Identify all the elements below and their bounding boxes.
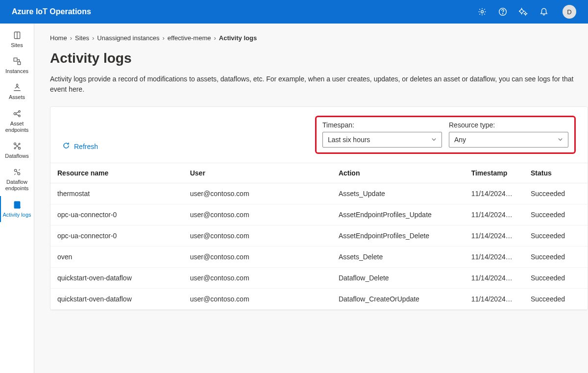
column-resource-name[interactable]: Resource name	[50, 163, 183, 183]
resource-type-filter: Resource type: Any	[449, 121, 568, 148]
activity-logs-icon	[12, 200, 22, 210]
svg-point-6	[14, 112, 16, 115]
activity-panel: Refresh Timespan: Last six hours Resourc…	[50, 106, 588, 310]
sidebar-item-sites[interactable]: Sites	[0, 26, 34, 52]
cell-action: AssetEndpointProfiles_Update	[332, 204, 465, 225]
cell-user: user@contoso.com	[183, 204, 332, 225]
book-icon	[12, 30, 22, 40]
assets-icon	[12, 82, 22, 92]
cell-user: user@contoso.com	[183, 289, 332, 310]
cell-user: user@contoso.com	[183, 268, 332, 289]
cell-resource: opc-ua-connector-0	[50, 204, 183, 225]
cell-action: Dataflow_Delete	[332, 268, 465, 289]
refresh-icon	[62, 142, 70, 151]
breadcrumb-link[interactable]: Unassigned instances	[97, 34, 159, 42]
cell-user: user@contoso.com	[183, 247, 332, 268]
table-row[interactable]: opc-ua-connector-0user@contoso.comAssetE…	[50, 204, 588, 225]
endpoints-icon	[12, 109, 22, 119]
cell-action: Assets_Delete	[332, 247, 465, 268]
sidebar-item-asset-endpoints[interactable]: Asset endpoints	[0, 105, 34, 137]
page-title: Activity logs	[50, 50, 588, 66]
timespan-value: Last six hours	[328, 136, 370, 144]
sidebar-item-assets[interactable]: Assets	[0, 78, 34, 104]
sidebar-item-dataflow-endpoints[interactable]: Dataflow endpoints	[0, 163, 34, 196]
cell-status: Succeeded	[524, 247, 588, 268]
refresh-label: Refresh	[74, 143, 98, 150]
dataflows-icon	[12, 141, 22, 151]
sidebar-item-activity-logs[interactable]: Activity logs	[0, 196, 34, 222]
sidebar-item-label: Instances	[5, 68, 28, 75]
sidebar-item-dataflows[interactable]: Dataflows	[0, 137, 34, 163]
dataflow-endpoints-icon	[12, 167, 22, 177]
cell-action: Dataflow_CreateOrUpdate	[332, 289, 465, 310]
cell-resource: opc-ua-connector-0	[50, 225, 183, 247]
svg-rect-5	[18, 62, 21, 65]
app-title: Azure IoT Operations	[12, 7, 477, 16]
cell-timestamp: 11/14/2024…	[465, 247, 524, 268]
breadcrumb-link[interactable]: Sites	[75, 34, 89, 42]
cell-user: user@contoso.com	[183, 183, 332, 204]
timespan-filter: Timespan: Last six hours	[322, 121, 442, 148]
cell-resource: thermostat	[50, 183, 183, 204]
table-row[interactable]: thermostatuser@contoso.comAssets_Update1…	[50, 183, 588, 204]
copilot-icon[interactable]	[518, 7, 528, 17]
column-action[interactable]: Action	[332, 163, 465, 183]
cell-status: Succeeded	[524, 183, 588, 204]
svg-rect-4	[14, 58, 17, 61]
column-timestamp[interactable]: Timestamp	[465, 163, 524, 183]
chevron-down-icon	[558, 137, 563, 143]
cell-status: Succeeded	[524, 268, 588, 289]
table-row[interactable]: quickstart-oven-dataflowuser@contoso.com…	[50, 268, 588, 289]
sidebar-item-label: Sites	[11, 42, 23, 49]
resource-type-select[interactable]: Any	[449, 132, 568, 148]
breadcrumb: Home› Sites› Unassigned instances› effec…	[50, 34, 588, 42]
app-header: Azure IoT Operations D	[0, 0, 588, 24]
cell-resource: quickstart-oven-dataflow	[50, 289, 183, 310]
cell-resource: quickstart-oven-dataflow	[50, 268, 183, 289]
page-description: Activity logs provide a record of modifi…	[50, 74, 588, 95]
svg-point-10	[18, 147, 20, 149]
resource-type-label: Resource type:	[449, 121, 568, 129]
sidebar-item-label: Assets	[9, 94, 25, 100]
panel-toolbar: Refresh Timespan: Last six hours Resourc…	[50, 107, 588, 163]
refresh-button[interactable]: Refresh	[62, 142, 303, 154]
header-actions: D	[477, 5, 576, 19]
sidebar-item-label: Dataflow endpoints	[2, 179, 32, 192]
table-row[interactable]: quickstart-oven-dataflowuser@contoso.com…	[50, 289, 588, 310]
sidebar-item-label: Dataflows	[5, 153, 28, 159]
avatar[interactable]: D	[563, 5, 576, 19]
svg-point-12	[14, 148, 16, 149]
resource-type-value: Any	[454, 136, 466, 144]
cell-status: Succeeded	[524, 204, 588, 225]
svg-point-9	[14, 143, 16, 145]
sidebar-item-instances[interactable]: Instances	[0, 52, 34, 78]
gear-icon[interactable]	[477, 7, 487, 17]
cell-resource: oven	[50, 247, 183, 268]
chevron-down-icon	[431, 137, 437, 143]
column-user[interactable]: User	[183, 163, 332, 183]
column-status[interactable]: Status	[524, 163, 588, 183]
table-row[interactable]: ovenuser@contoso.comAssets_Delete11/14/2…	[50, 247, 588, 268]
sidebar-item-label: Activity logs	[2, 212, 31, 218]
svg-point-11	[19, 143, 20, 145]
svg-point-14	[18, 173, 20, 175]
svg-point-0	[481, 11, 484, 13]
cell-timestamp: 11/14/2024…	[465, 204, 524, 225]
cell-action: Assets_Update	[332, 183, 465, 204]
sidebar-item-label: Asset endpoints	[2, 121, 32, 133]
breadcrumb-link[interactable]: effective-meme	[168, 34, 211, 42]
bell-icon[interactable]	[539, 7, 549, 17]
table-row[interactable]: opc-ua-connector-0user@contoso.comAssetE…	[50, 225, 588, 247]
cell-status: Succeeded	[524, 225, 588, 247]
help-icon[interactable]	[498, 7, 508, 17]
cell-timestamp: 11/14/2024…	[465, 289, 524, 310]
breadcrumb-current: Activity logs	[219, 34, 257, 42]
cell-user: user@contoso.com	[183, 225, 332, 247]
svg-point-2	[502, 13, 503, 14]
timespan-select[interactable]: Last six hours	[322, 132, 442, 148]
breadcrumb-link[interactable]: Home	[50, 34, 67, 42]
cell-timestamp: 11/14/2024…	[465, 268, 524, 289]
sidebar: Sites Instances Assets Asset endpoints D…	[0, 24, 34, 373]
activity-table: Resource name User Action Timestamp Stat…	[50, 163, 588, 310]
filters-highlight-box: Timespan: Last six hours Resource type: …	[315, 116, 576, 154]
